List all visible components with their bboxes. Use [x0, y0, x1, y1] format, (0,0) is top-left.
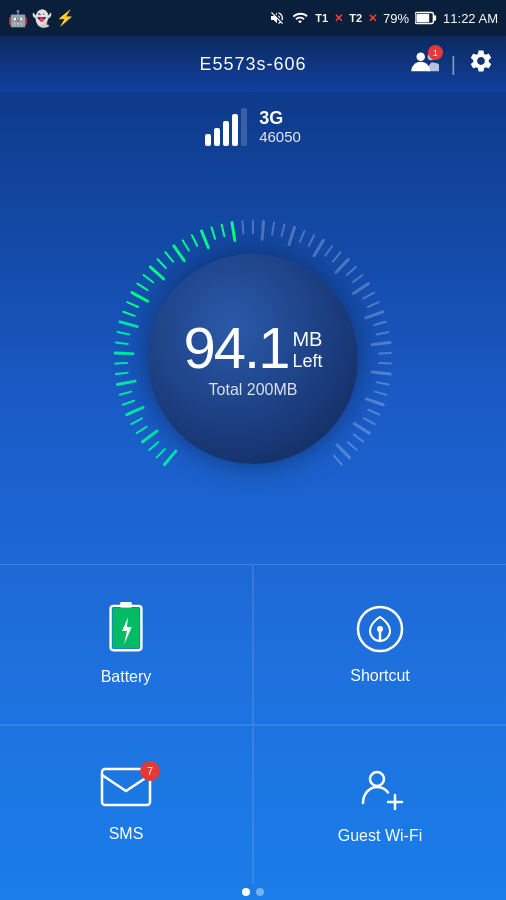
- svg-line-12: [123, 401, 134, 405]
- svg-line-53: [366, 312, 383, 318]
- svg-line-46: [333, 252, 341, 261]
- gauge-inner: 94.1 MB Left Total 200MB: [148, 254, 358, 464]
- svg-line-23: [132, 293, 148, 302]
- page-dot-2[interactable]: [256, 888, 264, 896]
- data-left-label: Left: [292, 351, 322, 373]
- svg-line-55: [377, 332, 389, 334]
- svg-line-45: [325, 246, 332, 256]
- svg-line-61: [375, 392, 387, 395]
- svg-line-10: [131, 418, 142, 424]
- header: E5573s-606 1 |: [0, 36, 506, 92]
- sms-item[interactable]: 7 SMS: [0, 725, 253, 885]
- svg-line-66: [354, 435, 364, 442]
- battery-percentage: 79%: [383, 11, 409, 26]
- svg-line-49: [353, 275, 363, 282]
- svg-line-31: [192, 235, 197, 246]
- svg-line-57: [379, 353, 391, 354]
- svg-line-11: [127, 407, 143, 414]
- svg-line-39: [272, 223, 274, 235]
- svg-line-7: [149, 442, 158, 450]
- svg-line-63: [368, 410, 379, 415]
- svg-line-18: [116, 342, 128, 343]
- usb-icon: ⚡: [56, 9, 75, 27]
- svg-rect-1: [416, 14, 429, 22]
- svg-line-8: [143, 431, 157, 442]
- shortcut-item[interactable]: Shortcut: [253, 565, 506, 725]
- gauge-wrapper: 94.1 MB Left Total 200MB: [103, 209, 403, 509]
- signal-bar-2: [214, 128, 220, 146]
- page-indicator: [0, 884, 506, 900]
- svg-line-30: [183, 240, 189, 250]
- signal-bar-3: [223, 121, 229, 146]
- page-dot-1[interactable]: [242, 888, 250, 896]
- svg-line-47: [336, 259, 348, 272]
- svg-line-48: [347, 267, 356, 275]
- svg-line-36: [242, 221, 243, 233]
- signal-bar-1: [205, 134, 211, 146]
- svg-line-15: [116, 373, 128, 374]
- battery-icon: [104, 602, 148, 656]
- svg-line-68: [337, 445, 350, 458]
- svg-point-76: [370, 772, 384, 786]
- svg-line-41: [289, 227, 294, 244]
- guest-wifi-label: Guest Wi-Fi: [338, 827, 422, 845]
- status-left-icons: 🤖 👻 ⚡: [8, 9, 75, 28]
- svg-rect-2: [433, 15, 436, 21]
- data-unit: MB: [292, 327, 322, 351]
- svg-line-54: [374, 322, 386, 325]
- data-unit-block: MB Left: [292, 327, 322, 373]
- svg-point-74: [377, 626, 383, 632]
- svg-line-28: [165, 252, 173, 261]
- settings-icon: [468, 48, 494, 74]
- data-value: 94.1: [184, 319, 289, 377]
- settings-button[interactable]: [468, 48, 494, 80]
- svg-line-24: [137, 284, 147, 291]
- sms-badge: 7: [140, 761, 160, 781]
- data-total: Total 200MB: [209, 381, 298, 399]
- svg-line-35: [232, 223, 235, 241]
- signal-bar-5: [241, 108, 247, 146]
- svg-line-34: [222, 225, 225, 237]
- svg-line-64: [364, 418, 375, 424]
- svg-line-25: [144, 275, 154, 282]
- svg-line-9: [137, 427, 147, 433]
- svg-line-51: [363, 293, 374, 299]
- battery-status-icon: [415, 11, 437, 25]
- svg-line-59: [372, 372, 390, 374]
- svg-line-38: [262, 221, 263, 239]
- sms-wrapper: 7: [100, 767, 152, 813]
- svg-line-32: [202, 231, 209, 248]
- users-button[interactable]: 1: [411, 49, 439, 79]
- svg-line-42: [300, 231, 304, 242]
- svg-point-3: [416, 52, 425, 61]
- signal-type: 3G: [259, 109, 301, 129]
- svg-rect-71: [120, 602, 132, 608]
- mute-icon: [269, 10, 285, 26]
- android-icon: 🤖: [8, 9, 28, 28]
- signal-bars: [205, 108, 247, 146]
- svg-line-43: [309, 235, 314, 246]
- svg-line-14: [117, 381, 135, 384]
- svg-line-44: [314, 240, 323, 255]
- sim2-indicator: ✕: [334, 12, 343, 25]
- battery-item[interactable]: Battery: [0, 565, 253, 725]
- svg-line-21: [123, 312, 134, 316]
- svg-line-13: [120, 392, 132, 395]
- bottom-grid: Battery Shortcut 7 SMS: [0, 564, 506, 884]
- svg-line-52: [368, 302, 379, 307]
- status-bar: 🤖 👻 ⚡ T1 ✕ T2 ✕ 79% 11:22 AM: [0, 0, 506, 36]
- wifi-icon: [291, 10, 309, 26]
- svg-line-19: [118, 332, 130, 334]
- signal-info: 3G 46050: [259, 109, 301, 146]
- data-amount: 94.1 MB Left: [184, 319, 323, 377]
- sms-label: SMS: [109, 825, 144, 843]
- main-content: 3G 46050: [0, 92, 506, 900]
- guest-wifi-item[interactable]: Guest Wi-Fi: [253, 725, 506, 885]
- status-right-icons: T1 ✕ T2 ✕ 79% 11:22 AM: [269, 10, 498, 26]
- clock: 11:22 AM: [443, 11, 498, 26]
- svg-line-62: [366, 399, 383, 405]
- sim4-indicator: ✕: [368, 12, 377, 25]
- svg-line-33: [212, 227, 216, 238]
- ghost-icon: 👻: [32, 9, 52, 28]
- guest-wifi-icon: [355, 765, 405, 815]
